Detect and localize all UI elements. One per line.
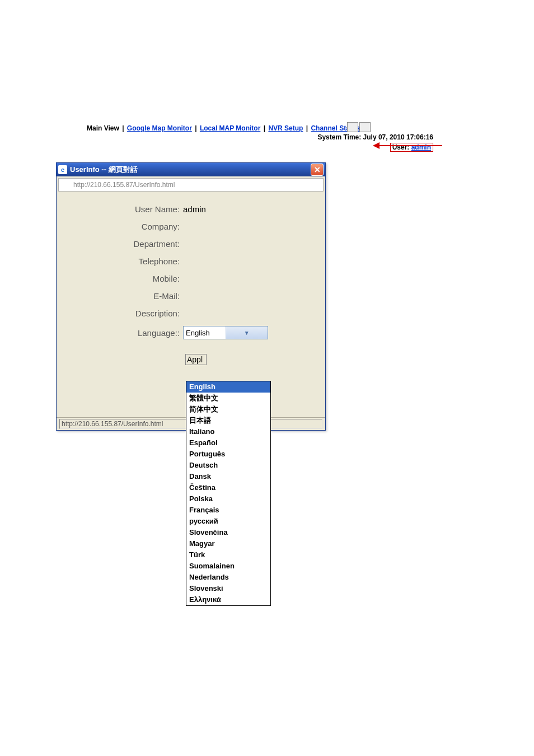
language-label: Language::: [62, 328, 183, 338]
system-time: System Time: July 07, 2010 17:06:16: [317, 133, 433, 141]
language-option[interactable]: 简体中文: [186, 404, 270, 415]
username-value: admin: [183, 204, 320, 214]
chevron-down-icon[interactable]: ▼: [226, 326, 268, 339]
page-icon: [62, 180, 71, 189]
close-button[interactable]: ✕: [311, 164, 324, 176]
company-label: Company:: [62, 222, 183, 231]
dialog-titlebar[interactable]: e UserInfo -- 網頁對話 ✕: [57, 163, 325, 176]
language-option[interactable]: Nederlands: [186, 572, 270, 583]
ie-icon: e: [58, 165, 67, 174]
address-url: http://210.66.155.87/UserInfo.html: [73, 181, 175, 189]
language-option[interactable]: Slovenski: [186, 583, 270, 594]
department-label: Department:: [62, 239, 183, 249]
language-option[interactable]: 繁體中文: [186, 393, 270, 404]
nav-local-map[interactable]: Local MAP Monitor: [200, 124, 260, 132]
language-option[interactable]: English: [186, 381, 270, 393]
language-option[interactable]: Español: [186, 437, 270, 449]
telephone-label: Telephone:: [62, 256, 183, 266]
language-option[interactable]: Français: [186, 505, 270, 516]
nav-main-view: Main View: [87, 124, 119, 132]
annotation-arrow: [375, 145, 442, 146]
nav-nvr-setup[interactable]: NVR Setup: [268, 124, 303, 132]
save-icon[interactable]: [347, 122, 358, 132]
language-option[interactable]: Português: [186, 449, 270, 460]
dialog-title: UserInfo -- 網頁對話: [70, 165, 311, 175]
language-option[interactable]: Italiano: [186, 426, 270, 437]
language-option[interactable]: Ελληνικά: [186, 594, 270, 605]
user-box: User: admin: [390, 143, 433, 152]
description-label: Description:: [62, 309, 183, 318]
top-nav: Main View | Google Map Monitor | Local M…: [87, 124, 433, 132]
fullscreen-icon[interactable]: [359, 122, 371, 132]
language-option[interactable]: Polska: [186, 493, 270, 505]
language-option[interactable]: Deutsch: [186, 460, 270, 471]
email-label: E-Mail:: [62, 291, 183, 301]
language-selected: English: [184, 329, 226, 337]
language-option[interactable]: Čeština: [186, 482, 270, 493]
language-select[interactable]: English ▼: [183, 326, 268, 339]
language-option[interactable]: Magyar: [186, 538, 270, 549]
dialog-body: User Name:admin Company: Department: Tel…: [57, 193, 325, 372]
language-option[interactable]: русский: [186, 516, 270, 527]
username-label: User Name:: [62, 204, 183, 214]
mobile-label: Mobile:: [62, 274, 183, 283]
nav-google-map[interactable]: Google Map Monitor: [127, 124, 192, 132]
address-bar[interactable]: http://210.66.155.87/UserInfo.html: [58, 178, 324, 192]
language-option[interactable]: Suomalainen: [186, 561, 270, 572]
language-option[interactable]: Türk: [186, 549, 270, 561]
toolbar-icons: [346, 122, 371, 134]
language-option[interactable]: Slovenčina: [186, 527, 270, 538]
language-option[interactable]: Dansk: [186, 471, 270, 482]
language-dropdown[interactable]: English繁體中文简体中文日本語ItalianoEspañolPortugu…: [186, 381, 271, 606]
language-option[interactable]: 日本語: [186, 415, 270, 426]
apply-button[interactable]: Appl: [185, 354, 207, 365]
